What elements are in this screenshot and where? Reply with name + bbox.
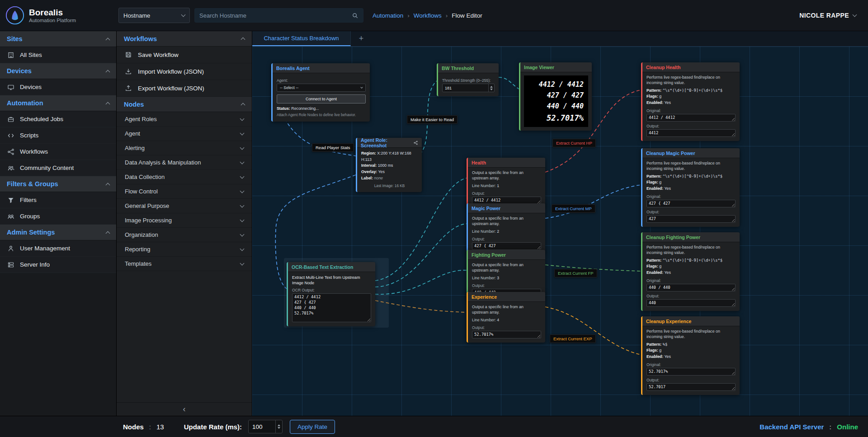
- sidebar-item-community-content[interactable]: Community Content: [0, 160, 116, 176]
- flow-label-make-easier[interactable]: Make it Easier to Read: [407, 115, 458, 124]
- node-agent-role-screenshot[interactable]: Agent Role: Screenshot Region: X:200 Y:4…: [356, 138, 422, 192]
- node-header[interactable]: BW Threshold: [438, 63, 499, 73]
- node-category-general-purpose[interactable]: General Purpose: [117, 199, 252, 213]
- output-field[interactable]: 440: [646, 299, 736, 307]
- node-category-image-processing[interactable]: Image Processing: [117, 213, 252, 228]
- node-cleanup-experience[interactable]: Cleanup Experience Performs live regex-b…: [641, 316, 740, 395]
- node-header[interactable]: Health: [468, 158, 545, 168]
- sidebar-section-devices[interactable]: Devices: [0, 63, 116, 79]
- threshold-value-input[interactable]: [443, 84, 488, 92]
- spinner-icon[interactable]: [488, 84, 494, 92]
- spinner-icon[interactable]: [275, 420, 282, 433]
- node-category-data-analysis[interactable]: Data Analysis & Manipulation: [117, 155, 252, 170]
- search-box[interactable]: [194, 8, 363, 23]
- sidebar-item-workflows[interactable]: Workflows: [0, 144, 116, 160]
- save-workflow-button[interactable]: Save Workflow: [117, 47, 252, 63]
- node-cleanup-fighting-power[interactable]: Cleanup Fighting Power Performs live reg…: [641, 232, 740, 311]
- node-cleanup-health[interactable]: Cleanup Health Performs live regex-based…: [641, 62, 740, 141]
- edge-ocr-to-fighting[interactable]: [375, 270, 467, 294]
- workflows-section-header[interactable]: Workflows: [117, 31, 252, 47]
- export-workflow-button[interactable]: Export Workflow (JSON): [117, 80, 252, 97]
- node-header[interactable]: Experience: [468, 292, 545, 302]
- edge-label-extract-current-mp[interactable]: Extract Current MP: [552, 204, 595, 213]
- threshold-input[interactable]: [442, 84, 495, 92]
- node-header[interactable]: Magic Power: [468, 203, 545, 213]
- node-bw-threshold[interactable]: BW Threshold Threshold Strength (0–255):: [437, 63, 499, 96]
- sidebar-section-filters-groups[interactable]: Filters & Groups: [0, 176, 116, 192]
- breadcrumb-automation[interactable]: Automation: [373, 12, 403, 19]
- edge-ocr-to-magic[interactable]: [375, 224, 467, 287]
- sidebar-item-all-sites[interactable]: All Sites: [0, 47, 116, 63]
- hostname-selector-value: Hostname: [123, 12, 150, 19]
- node-header[interactable]: Cleanup Magic Power: [642, 148, 740, 158]
- sidebar-item-server-info[interactable]: Server Info: [0, 257, 116, 273]
- breadcrumb-workflows[interactable]: Workflows: [414, 12, 442, 19]
- node-category-data-collection[interactable]: Data Collection: [117, 170, 252, 184]
- sidebar-item-filters[interactable]: Filters: [0, 192, 116, 208]
- flow-label-read-player-stats[interactable]: Read Player Stats: [312, 143, 354, 152]
- nodes-section-header[interactable]: Nodes: [117, 97, 252, 112]
- node-category-organization[interactable]: Organization: [117, 228, 252, 242]
- edge-label-extract-current-exp[interactable]: Extract Current EXP: [550, 334, 596, 343]
- sidebar-item-devices[interactable]: Devices: [0, 79, 116, 95]
- hostname-selector[interactable]: Hostname: [118, 8, 190, 23]
- sidebar-item-scheduled-jobs[interactable]: Scheduled Jobs: [0, 111, 116, 127]
- tab-character-status-breakdown[interactable]: Character Status Breakdown: [252, 31, 351, 46]
- original-field[interactable]: 52.7017%: [646, 368, 736, 376]
- update-rate-input[interactable]: [249, 420, 275, 433]
- node-category-flow-control[interactable]: Flow Control: [117, 184, 252, 199]
- node-borealis-agent[interactable]: Borealis Agent Agent: -- Select -- Conne…: [271, 63, 370, 122]
- node-category-reporting[interactable]: Reporting: [117, 242, 252, 257]
- node-header[interactable]: OCR-Based Text Extraction: [288, 262, 375, 272]
- connect-to-agent-button[interactable]: Connect to Agent: [277, 94, 366, 103]
- original-field[interactable]: 427 { 427: [646, 200, 736, 207]
- node-image-viewer[interactable]: Image Viewer 4412 / 4412 427 / 427 440 /…: [519, 62, 592, 131]
- output-field[interactable]: 427: [646, 215, 736, 223]
- node-header[interactable]: Borealis Agent: [273, 63, 370, 73]
- node-category-agent-roles[interactable]: Agent Roles: [117, 112, 252, 127]
- node-category-alerting[interactable]: Alerting: [117, 141, 252, 155]
- flow-canvas[interactable]: Borealis Agent Agent: -- Select -- Conne…: [252, 47, 868, 416]
- node-cleanup-magic-power[interactable]: Cleanup Magic Power Performs live regex-…: [641, 148, 740, 227]
- node-header[interactable]: Cleanup Health: [642, 62, 740, 72]
- edge-threshold-to-viewer[interactable]: [499, 77, 519, 89]
- agent-select[interactable]: -- Select --: [277, 84, 366, 92]
- node-header[interactable]: Agent Role: Screenshot: [357, 138, 422, 148]
- node-experience[interactable]: Experience Output a specific line from a…: [467, 292, 545, 343]
- apply-rate-button[interactable]: Apply Rate: [290, 420, 335, 434]
- node-health[interactable]: Health Output a specific line from an up…: [467, 158, 545, 208]
- output-field[interactable]: 52.7017: [646, 383, 736, 391]
- search-input[interactable]: [199, 12, 352, 19]
- edge-ocr-to-experience[interactable]: [375, 301, 467, 312]
- output-field[interactable]: 52.7017%: [472, 331, 541, 338]
- output-field[interactable]: 4412: [646, 129, 736, 137]
- import-workflow-button[interactable]: Import Workflow (JSON): [117, 63, 252, 80]
- original-field[interactable]: 440 / 440: [646, 284, 736, 291]
- collapse-panel-button[interactable]: ‹: [117, 402, 252, 416]
- sidebar-section-admin-settings[interactable]: Admin Settings: [0, 225, 116, 240]
- add-tab-button[interactable]: +: [351, 31, 372, 46]
- sidebar-item-scripts[interactable]: Scripts: [0, 127, 116, 144]
- node-header[interactable]: Image Viewer: [520, 62, 592, 72]
- share-icon[interactable]: [413, 140, 418, 146]
- edge-experience-to-cleanup[interactable]: [545, 307, 641, 355]
- node-header[interactable]: Cleanup Fighting Power: [642, 232, 740, 242]
- user-menu[interactable]: NICOLE RAPPE: [799, 12, 856, 19]
- edge-label-extract-current-hp[interactable]: Extract Current HP: [552, 139, 596, 147]
- sidebar-item-groups[interactable]: Groups: [0, 208, 116, 225]
- sidebar-section-sites[interactable]: Sites: [0, 31, 116, 47]
- node-header[interactable]: Fighting Power: [468, 250, 545, 260]
- sidebar-section-automation[interactable]: Automation: [0, 95, 116, 111]
- output-field[interactable]: 427 { 427: [472, 242, 541, 250]
- sidebar-item-user-management[interactable]: User Management: [0, 240, 116, 257]
- update-rate-field[interactable]: [248, 420, 283, 433]
- node-category-agent[interactable]: Agent: [117, 127, 252, 141]
- node-ocr-text-extraction[interactable]: OCR-Based Text Extraction Extract Multi-…: [287, 262, 375, 326]
- node-header[interactable]: Cleanup Experience: [642, 316, 740, 326]
- ocr-output-textarea[interactable]: 4412 / 4412 427 { 427 440 / 440 52.7017%: [292, 293, 371, 322]
- original-field[interactable]: 4412 / 4412: [646, 114, 736, 122]
- node-magic-power[interactable]: Magic Power Output a specific line from …: [467, 203, 545, 254]
- edge-label-extract-current-fp[interactable]: Extract Current FP: [554, 269, 597, 277]
- node-category-templates[interactable]: Templates: [117, 257, 252, 271]
- edge-magic-to-cleanup[interactable]: [545, 185, 641, 218]
